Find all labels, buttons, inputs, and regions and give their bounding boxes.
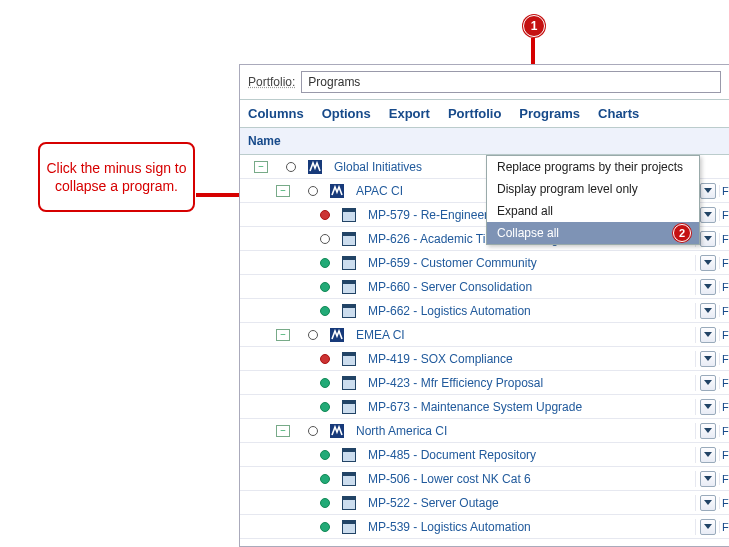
dropdown-item[interactable]: Display program level only	[487, 178, 699, 200]
row-tail-cell: F	[719, 209, 729, 221]
row-menu-button[interactable]	[700, 183, 716, 199]
program-link[interactable]: Global Initiatives	[334, 160, 422, 174]
row-menu-button[interactable]	[700, 351, 716, 367]
dropdown-item[interactable]: Replace programs by their projects	[487, 156, 699, 178]
program-row: −North America CIF	[240, 419, 729, 443]
project-link[interactable]: MP-506 - Lower cost NK Cat 6	[368, 472, 531, 486]
row-action-cell	[695, 423, 719, 439]
row-menu-button[interactable]	[700, 327, 716, 343]
row-tail-cell: F	[719, 257, 729, 269]
project-link[interactable]: MP-423 - Mfr Efficiency Proposal	[368, 376, 543, 390]
row-action-cell	[695, 375, 719, 391]
menu-portfolio[interactable]: Portfolio	[448, 106, 501, 121]
row-tail-cell: F	[719, 497, 729, 509]
project-link[interactable]: MP-662 - Logistics Automation	[368, 304, 531, 318]
portfolio-panel: Portfolio: ColumnsOptionsExportPortfolio…	[239, 64, 729, 547]
row-menu-button[interactable]	[700, 423, 716, 439]
row-menu-button[interactable]	[700, 495, 716, 511]
status-indicator	[320, 282, 330, 292]
collapse-toggle[interactable]: −	[276, 185, 290, 197]
project-link[interactable]: MP-539 - Logistics Automation	[368, 520, 531, 534]
project-row: MP-659 - Customer CommunityF	[240, 251, 729, 275]
project-icon	[342, 208, 356, 222]
project-link[interactable]: MP-522 - Server Outage	[368, 496, 499, 510]
status-indicator	[320, 210, 330, 220]
program-icon	[330, 424, 344, 438]
row-tail-cell: F	[719, 449, 729, 461]
row-tail-cell: F	[719, 329, 729, 341]
project-row: MP-419 - SOX ComplianceF	[240, 347, 729, 371]
column-header-name[interactable]: Name	[240, 128, 729, 155]
row-menu-button[interactable]	[700, 255, 716, 271]
menu-columns[interactable]: Columns	[248, 106, 304, 121]
collapse-toggle[interactable]: −	[254, 161, 268, 173]
project-row: MP-539 - Logistics AutomationF	[240, 515, 729, 539]
project-row: MP-673 - Maintenance System UpgradeF	[240, 395, 729, 419]
program-link[interactable]: APAC CI	[356, 184, 403, 198]
status-indicator	[320, 354, 330, 364]
row-menu-button[interactable]	[700, 375, 716, 391]
project-row: MP-522 - Server OutageF	[240, 491, 729, 515]
menu-options[interactable]: Options	[322, 106, 371, 121]
project-icon	[342, 496, 356, 510]
project-icon	[342, 304, 356, 318]
row-action-cell	[695, 495, 719, 511]
status-indicator	[320, 450, 330, 460]
row-tail-cell: F	[719, 185, 729, 197]
status-indicator	[286, 162, 296, 172]
row-action-cell	[695, 279, 719, 295]
portfolio-input[interactable]	[301, 71, 721, 93]
project-link[interactable]: MP-659 - Customer Community	[368, 256, 537, 270]
row-action-cell	[695, 327, 719, 343]
program-icon	[330, 184, 344, 198]
project-icon	[342, 520, 356, 534]
status-indicator	[320, 378, 330, 388]
row-tail-cell: F	[719, 521, 729, 533]
row-menu-button[interactable]	[700, 231, 716, 247]
project-row: MP-660 - Server ConsolidationF	[240, 275, 729, 299]
dropdown-item-label: Replace programs by their projects	[497, 160, 683, 174]
row-action-cell	[695, 519, 719, 535]
project-icon	[342, 232, 356, 246]
project-icon	[342, 376, 356, 390]
status-indicator	[308, 330, 318, 340]
row-tail-cell: F	[719, 353, 729, 365]
menu-charts[interactable]: Charts	[598, 106, 639, 121]
row-menu-button[interactable]	[700, 399, 716, 415]
program-icon	[330, 328, 344, 342]
row-action-cell	[695, 303, 719, 319]
row-menu-button[interactable]	[700, 303, 716, 319]
project-link[interactable]: MP-419 - SOX Compliance	[368, 352, 513, 366]
project-icon	[342, 448, 356, 462]
status-indicator	[320, 234, 330, 244]
status-indicator	[320, 522, 330, 532]
step-badge-2: 2	[673, 224, 691, 242]
row-tail-cell: F	[719, 281, 729, 293]
project-link[interactable]: MP-660 - Server Consolidation	[368, 280, 532, 294]
menu-export[interactable]: Export	[389, 106, 430, 121]
row-menu-button[interactable]	[700, 519, 716, 535]
instruction-callout: Click the minus sign to collapse a progr…	[38, 142, 195, 212]
status-indicator	[320, 474, 330, 484]
menu-programs[interactable]: Programs	[519, 106, 580, 121]
row-menu-button[interactable]	[700, 207, 716, 223]
collapse-toggle[interactable]: −	[276, 425, 290, 437]
row-menu-button[interactable]	[700, 471, 716, 487]
row-menu-button[interactable]	[700, 447, 716, 463]
collapse-toggle[interactable]: −	[276, 329, 290, 341]
row-tail-cell: F	[719, 233, 729, 245]
row-tail-cell: F	[719, 401, 729, 413]
project-link[interactable]: MP-485 - Document Repository	[368, 448, 536, 462]
status-indicator	[308, 186, 318, 196]
row-menu-button[interactable]	[700, 279, 716, 295]
project-row: MP-485 - Document RepositoryF	[240, 443, 729, 467]
program-link[interactable]: North America CI	[356, 424, 447, 438]
dropdown-item[interactable]: Collapse all2	[487, 222, 699, 244]
project-link[interactable]: MP-673 - Maintenance System Upgrade	[368, 400, 582, 414]
tree: −Global Initiatives−APAC CIFMP-579 - Re-…	[240, 155, 729, 539]
dropdown-item-label: Collapse all	[497, 226, 559, 240]
dropdown-item[interactable]: Expand all	[487, 200, 699, 222]
project-icon	[342, 400, 356, 414]
row-action-cell	[695, 471, 719, 487]
program-link[interactable]: EMEA CI	[356, 328, 405, 342]
